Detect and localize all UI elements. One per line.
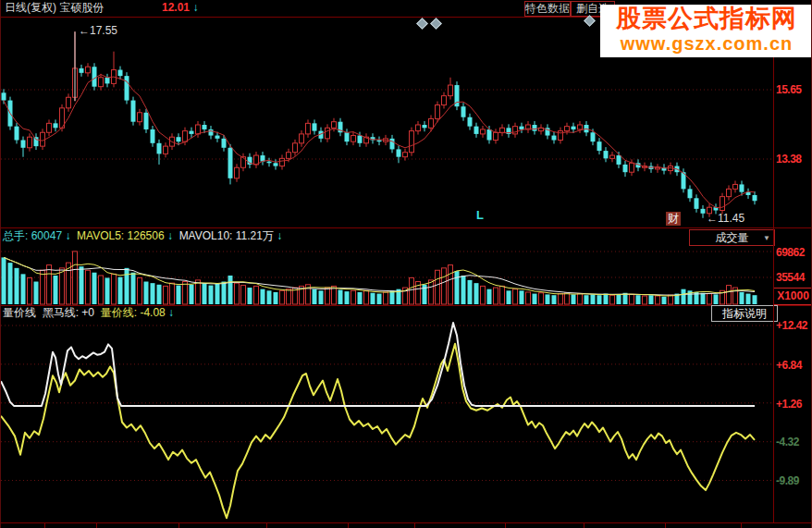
time-tick [178,523,179,528]
heima-value: +0 [81,306,94,319]
peak-annotation: ←17.55 [79,24,117,37]
time-tick [665,523,666,528]
down-arrow-icon: ↓ [65,229,70,242]
indicator-header: 量价线 黑马线: +0 量价线: -4.08 ↓ [3,305,174,321]
time-tick [414,523,415,528]
cai-badge: 财 [666,212,681,226]
mavol5-label: MAVOL5: [77,229,124,242]
volume-multiplier-badge: X1000 [773,288,812,305]
down-arrow-icon: ↓ [168,306,174,319]
time-tick [505,523,506,528]
chevron-down-icon: ▼ [763,231,770,246]
time-tick [741,523,742,528]
volume-chart[interactable] [1,245,774,305]
mavol5-value: 126506 [128,229,165,242]
price-down-arrow: ↓ [192,1,198,14]
last-price: 12.01 [162,1,190,14]
trough-annotation: ←11.45 [707,212,744,225]
mavol10-value: 11.21万 [236,229,274,242]
heima-label: 黑马线: [43,306,79,319]
watermark-url: www.gszx.com.cn [600,33,812,55]
volume-header: 总手: 60047 ↓ MAVOL5: 126506 ↓ MAVOL10: 11… [3,228,282,244]
time-tick [266,523,267,528]
watermark: 股票公式指标网 www.gszx.com.cn [600,5,812,57]
chart-title-bar: 日线(复权) 宝硕股份 12.01 ↓ [5,0,198,16]
price-axis-label: 13.38 [776,153,812,166]
indicator-axis-label: +1.26 [776,398,812,411]
liangjia-label: 量价线: [101,306,137,319]
down-arrow-icon: ↓ [167,229,173,242]
axis-divider [773,18,774,522]
page-title: 日线(复权) 宝硕股份 [5,1,104,14]
time-tick [348,523,349,528]
mavol10-label: MAVOL10: [179,229,233,242]
indicator-axis-label: -9.89 [776,474,812,487]
price-axis-label: 15.65 [776,83,812,96]
volume-axis-label: 69862 [776,246,812,259]
indicator-name: 量价线 [3,306,36,319]
indicator-help-button[interactable]: 指标说明 [711,305,778,322]
indicator-axis-label: -4.32 [776,436,812,448]
volume-indicator-dropdown[interactable]: 成交量 ▼ [689,229,775,246]
down-arrow-icon: ↓ [277,229,282,242]
zongshou-label: 总手: [3,229,28,242]
indicator-axis-label: +6.84 [776,359,812,372]
dropdown-label: 成交量 [716,231,749,244]
special-data-button[interactable]: 特色数据 [524,1,571,17]
l-marker: L [476,208,484,222]
bottom-axis [1,522,812,523]
indicator-chart[interactable] [1,322,774,522]
time-tick [44,523,45,528]
time-tick [584,523,584,528]
zongshou-value: 60047 [31,229,62,242]
time-tick [96,523,97,528]
indicator-axis-label: +12.42 [776,319,812,332]
stock-chart-window: 日线(复权) 宝硕股份 12.01 ↓ 特色数据 删自选 ←17.55 ←11.… [0,0,812,528]
liangjia-value: -4.08 [140,306,165,319]
volume-axis-label: 35544 [776,271,812,284]
watermark-title: 股票公式指标网 [600,5,812,33]
